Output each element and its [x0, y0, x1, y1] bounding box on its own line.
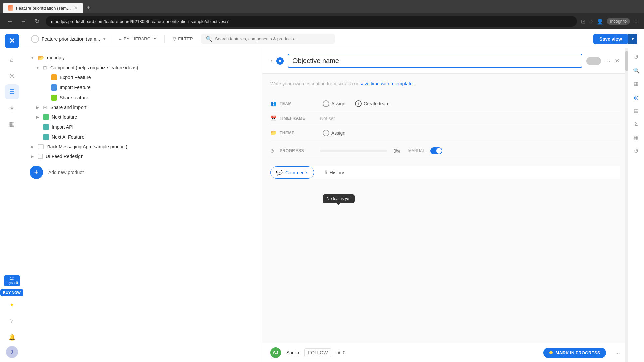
tree-toggle-export: [43, 75, 48, 80]
history-tab-label: History: [330, 170, 344, 175]
search-box[interactable]: 🔍: [201, 34, 335, 44]
team-assign-plus-icon: +: [323, 100, 329, 107]
team-label: TEAM: [280, 101, 320, 106]
search-input[interactable]: [215, 36, 330, 41]
filter-button[interactable]: ▽ FILTER: [170, 35, 196, 43]
tree-toggle-share-import[interactable]: ▶: [35, 105, 40, 110]
bottom-user-avatar: SJ: [270, 347, 281, 358]
right-sidebar-refresh[interactable]: ↺: [630, 51, 642, 63]
sidebar-insights[interactable]: ▦: [5, 117, 19, 131]
manual-toggle-slider[interactable]: [430, 147, 442, 154]
bottom-more-button[interactable]: ···: [614, 349, 620, 357]
sidebar-notifications[interactable]: 🔔: [5, 330, 19, 345]
tree-item-import-api[interactable]: Import API: [24, 122, 262, 132]
profile-icon[interactable]: 👤: [597, 18, 603, 25]
theme-assign-label: Assign: [331, 130, 345, 136]
tree-toggle-next-feature[interactable]: ▶: [35, 114, 40, 120]
manual-toggle[interactable]: [430, 147, 442, 154]
tree-label-component: Component (helps organize feature ideas): [50, 65, 138, 70]
template-link[interactable]: save time with a template: [360, 81, 413, 86]
add-product-button[interactable]: +: [30, 166, 43, 179]
theme-assign-button[interactable]: + Assign: [320, 128, 348, 138]
scrollbar-track[interactable]: [625, 48, 628, 362]
tree-item-export[interactable]: Export Feature: [24, 72, 262, 82]
tree-item-moodjoy[interactable]: ▼ 📂 moodjoy: [24, 52, 262, 63]
sidebar-objectives[interactable]: ◎: [5, 68, 19, 83]
right-sidebar-target[interactable]: ◎: [630, 91, 642, 103]
team-assign-button[interactable]: + Assign: [320, 99, 348, 108]
objective-back-button[interactable]: ‹: [270, 57, 272, 64]
board-title: Feature prioritization (sam...: [42, 36, 100, 42]
forward-nav-button[interactable]: →: [19, 17, 28, 26]
save-view-dropdown-button[interactable]: ▾: [628, 34, 637, 44]
objective-radio-inner: [279, 60, 281, 62]
scrollbar-thumb[interactable]: [625, 51, 628, 71]
right-sidebar-chart[interactable]: ▦: [630, 131, 642, 143]
tree-label-next-feature: Next feature: [52, 114, 77, 120]
board-title-dropdown-icon[interactable]: ▾: [103, 37, 105, 41]
right-sidebar-settings[interactable]: ↺: [630, 145, 642, 157]
tree-item-import-feature[interactable]: Import Feature: [24, 82, 262, 93]
tree-toggle-ui-feed[interactable]: ▶: [30, 154, 35, 159]
tree-item-share-import[interactable]: ▶ ⊞ Share and import: [24, 103, 262, 112]
sidebar-star[interactable]: ✦: [5, 298, 19, 312]
objective-more-button[interactable]: ···: [605, 57, 611, 65]
sidebar-features[interactable]: ☰: [5, 84, 19, 99]
icon-sidebar: ✕ ⌂ ◎ ☰ ◈ ▦ 12 days left BUY NOW ✦ ? 🔔: [0, 29, 24, 362]
right-sidebar-grid[interactable]: ▦: [630, 78, 642, 90]
comments-icon: 💬: [276, 169, 283, 176]
tab-history[interactable]: ℹ History: [319, 166, 350, 179]
tree-item-ui-feed[interactable]: ▶ UI Feed Redesign: [24, 152, 262, 161]
tree-item-share[interactable]: Share feature: [24, 93, 262, 103]
objective-header: ‹ ··· ✕: [262, 48, 628, 74]
buy-now-button[interactable]: BUY NOW: [0, 289, 23, 296]
address-input[interactable]: [46, 16, 577, 27]
search-icon: 🔍: [206, 36, 212, 42]
tree-item-next-ai[interactable]: Next AI Feature: [24, 132, 262, 142]
tree-toggle-zlack[interactable]: ▶: [30, 144, 35, 149]
follow-button[interactable]: FOLLOW: [304, 348, 331, 357]
sidebar-home[interactable]: ⌂: [5, 52, 19, 67]
objective-title-input[interactable]: [288, 54, 582, 68]
save-view-button[interactable]: Save view: [593, 34, 628, 44]
tree-label-share: Share feature: [60, 95, 88, 100]
right-sidebar-search[interactable]: 🔍: [630, 64, 642, 76]
mark-in-progress-button[interactable]: MARK IN PROGRESS: [543, 348, 606, 358]
board-title-area[interactable]: ⊞ Feature prioritization (sam... ▾: [31, 35, 105, 43]
logo-button[interactable]: ✕: [5, 34, 19, 48]
user-avatar-sidebar[interactable]: J: [6, 346, 18, 358]
cast-icon: ⊡: [581, 18, 585, 25]
sidebar-radar[interactable]: ◈: [5, 101, 19, 115]
home-icon: ⌂: [10, 56, 14, 63]
objective-body: Write your own description from scratch …: [262, 74, 628, 343]
browser-tab[interactable]: Feature prioritization (sample) - ✕: [3, 3, 83, 13]
tree-toggle-moodjoy[interactable]: ▼: [30, 55, 35, 60]
objective-detail-panel: ‹ ··· ✕ Write your own description from …: [262, 48, 628, 362]
hierarchy-button[interactable]: ≡ BY HIERARCHY: [116, 35, 159, 43]
tree-item-component[interactable]: ▼ ⊞ Component (helps organize feature id…: [24, 63, 262, 72]
add-product-row[interactable]: + Add new product: [24, 164, 262, 181]
tab-close-icon[interactable]: ✕: [74, 5, 78, 11]
objective-radio-icon: [276, 57, 284, 65]
bookmark-icon[interactable]: ☆: [589, 18, 593, 25]
theme-label: THEME: [280, 131, 320, 135]
tree-item-zlack[interactable]: ▶ Zlack Messaging App (sample product): [24, 142, 262, 152]
back-nav-button[interactable]: ←: [5, 17, 15, 26]
property-row-team: 👥 TEAM + Assign + Create team: [270, 96, 620, 112]
right-sidebar-sigma[interactable]: Σ: [630, 118, 642, 130]
timeframe-not-set[interactable]: Not set: [320, 116, 335, 121]
sidebar-help[interactable]: ?: [5, 314, 19, 328]
right-sidebar-table[interactable]: ▤: [630, 105, 642, 117]
tree-item-next-feature[interactable]: ▶ Next feature: [24, 112, 262, 122]
objective-close-button[interactable]: ✕: [615, 57, 620, 65]
logo-icon: ✕: [9, 37, 15, 45]
tree-toggle-component[interactable]: ▼: [35, 65, 40, 70]
reload-nav-button[interactable]: ↻: [32, 17, 42, 26]
tab-comments[interactable]: 💬 Comments: [270, 166, 314, 179]
board-icon: ⊞: [31, 35, 39, 43]
new-tab-button[interactable]: +: [84, 3, 93, 12]
menu-icon[interactable]: ⋮: [633, 18, 639, 25]
property-row-progress: ⊘ PROGRESS 0% MANUAL: [270, 144, 620, 158]
create-team-button[interactable]: + Create team: [352, 99, 392, 108]
objective-active-toggle[interactable]: [586, 57, 601, 65]
